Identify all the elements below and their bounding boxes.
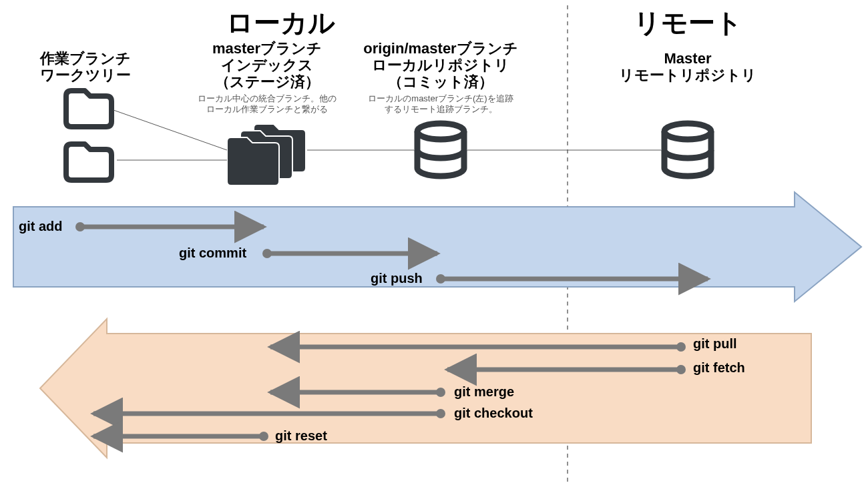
svg-text:git reset: git reset bbox=[275, 428, 327, 443]
svg-text:git merge: git merge bbox=[454, 384, 514, 399]
svg-text:ローカル作業ブランチと繋がる: ローカル作業ブランチと繋がる bbox=[206, 104, 328, 114]
svg-text:（コミット済）: （コミット済） bbox=[388, 73, 493, 90]
folder-icon bbox=[66, 91, 112, 127]
svg-text:インデックス: インデックス bbox=[221, 57, 313, 73]
svg-text:masterブランチ: masterブランチ bbox=[212, 40, 322, 57]
svg-point-15 bbox=[664, 123, 711, 139]
database-icon bbox=[417, 123, 464, 176]
col-localrepo-heading: origin/masterブランチ ローカルリポジトリ （コミット済） ローカル… bbox=[363, 40, 517, 114]
svg-text:git fetch: git fetch bbox=[693, 360, 745, 375]
remote-section-title: リモート bbox=[634, 8, 742, 37]
svg-text:Master: Master bbox=[664, 50, 712, 67]
local-section-title: ローカル bbox=[226, 8, 335, 37]
col-index-heading: masterブランチ インデックス （ステージ済） ローカル中心の統合ブランチ。… bbox=[198, 40, 337, 114]
svg-text:リモートリポジトリ: リモートリポジトリ bbox=[619, 67, 756, 83]
svg-point-14 bbox=[417, 123, 464, 139]
svg-text:ローカルのmasterブランチ(左)を追跡: ローカルのmasterブランチ(左)を追跡 bbox=[368, 93, 513, 103]
svg-text:git push: git push bbox=[371, 271, 423, 286]
col-remote-heading: Master リモートリポジトリ bbox=[619, 50, 756, 83]
col-worktree-heading: 作業ブランチ ワークツリー bbox=[39, 50, 131, 83]
database-icon bbox=[664, 123, 711, 176]
svg-text:ワークツリー: ワークツリー bbox=[40, 67, 131, 83]
svg-text:git commit: git commit bbox=[179, 246, 246, 260]
svg-text:（ステージ済）: （ステージ済） bbox=[215, 73, 320, 90]
svg-text:origin/masterブランチ: origin/masterブランチ bbox=[363, 40, 517, 57]
svg-text:作業ブランチ: 作業ブランチ bbox=[39, 50, 131, 67]
folders-stack-icon bbox=[227, 124, 306, 185]
svg-text:ローカル中心の統合ブランチ。他の: ローカル中心の統合ブランチ。他の bbox=[198, 93, 337, 103]
svg-text:git checkout: git checkout bbox=[454, 406, 533, 420]
svg-text:するリモート追跡ブランチ。: するリモート追跡ブランチ。 bbox=[385, 104, 497, 114]
forward-band bbox=[13, 192, 861, 302]
svg-text:git pull: git pull bbox=[693, 336, 737, 351]
folder-icon bbox=[66, 144, 112, 180]
svg-text:git add: git add bbox=[19, 219, 63, 233]
svg-text:ローカルリポジトリ: ローカルリポジトリ bbox=[372, 57, 509, 73]
connector-line bbox=[114, 110, 227, 150]
